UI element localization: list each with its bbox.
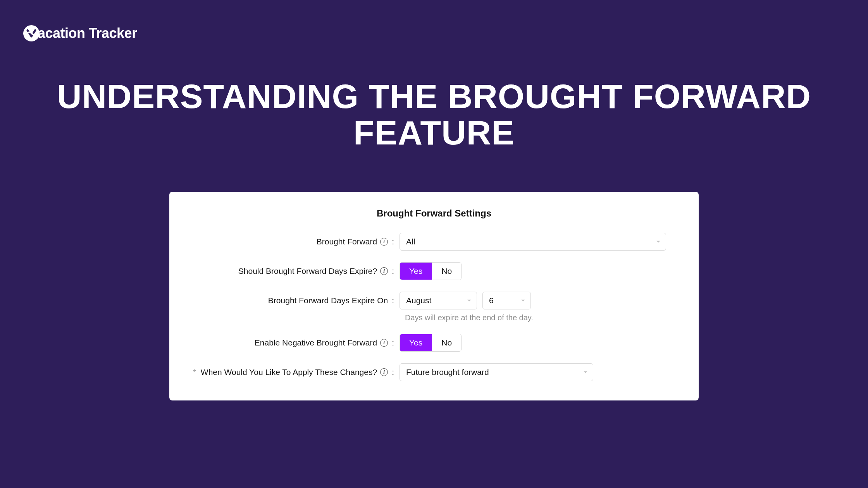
toggle-no-button[interactable]: No (432, 334, 461, 351)
logo-container: acation Tracker (0, 0, 868, 41)
logo-icon (23, 25, 40, 41)
label-should-expire: Should Brought Forward Days Expire? i : (188, 266, 400, 276)
settings-card: Brought Forward Settings Brought Forward… (169, 192, 699, 400)
row-should-expire: Should Brought Forward Days Expire? i : … (188, 262, 680, 280)
info-icon[interactable]: i (380, 339, 388, 347)
expire-helper-text: Days will expire at the end of the day. (405, 313, 680, 322)
row-apply-changes: * When Would You Like To Apply These Cha… (188, 363, 680, 381)
row-expire-on: Brought Forward Days Expire On : August … (188, 292, 680, 309)
select-brought-forward[interactable]: All (400, 233, 666, 251)
page-title: UNDERSTANDING THE BROUGHT FORWARD FEATUR… (0, 78, 868, 151)
toggle-enable-negative: Yes No (400, 334, 462, 352)
label-expire-on: Brought Forward Days Expire On : (188, 296, 400, 305)
toggle-should-expire: Yes No (400, 262, 462, 280)
label-apply-changes: * When Would You Like To Apply These Cha… (188, 368, 400, 377)
info-icon[interactable]: i (380, 238, 388, 246)
logo-text: acation Tracker (38, 25, 137, 41)
label-enable-negative: Enable Negative Brought Forward i : (188, 338, 400, 347)
toggle-yes-button[interactable]: Yes (400, 263, 432, 280)
select-expire-day[interactable]: 6 (482, 292, 531, 309)
row-enable-negative: Enable Negative Brought Forward i : Yes … (188, 334, 680, 352)
card-heading: Brought Forward Settings (188, 208, 680, 219)
select-expire-month[interactable]: August (400, 292, 477, 309)
info-icon[interactable]: i (380, 368, 388, 376)
info-icon[interactable]: i (380, 267, 388, 275)
toggle-no-button[interactable]: No (432, 263, 461, 280)
select-apply-changes[interactable]: Future brought forward (400, 363, 593, 381)
toggle-yes-button[interactable]: Yes (400, 334, 432, 351)
row-brought-forward: Brought Forward i : All (188, 233, 680, 251)
label-brought-forward: Brought Forward i : (188, 237, 400, 246)
